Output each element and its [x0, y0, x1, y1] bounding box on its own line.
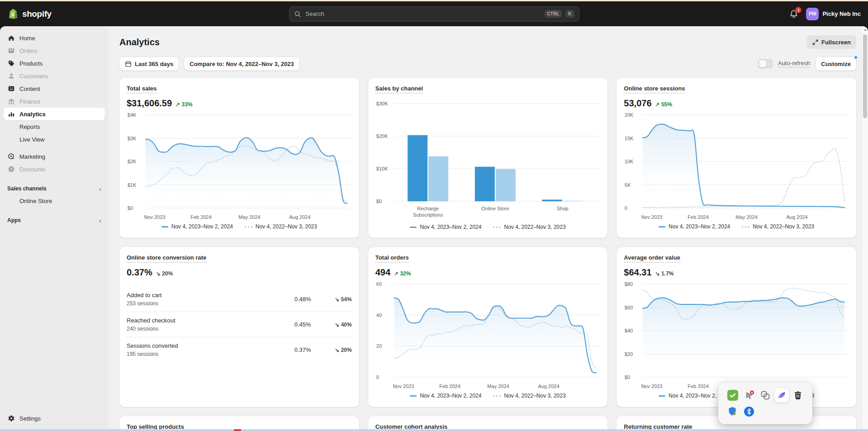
shortcut-key-ctrl: CTRL: [545, 10, 562, 18]
svg-text:Feb 2024: Feb 2024: [688, 214, 709, 220]
sidebar-item-orders[interactable]: Orders: [4, 44, 105, 57]
svg-text:Feb 2024: Feb 2024: [190, 214, 211, 220]
sidebar-item-analytics[interactable]: Analytics: [4, 108, 105, 120]
sidebar-item-settings[interactable]: Settings: [4, 412, 105, 425]
conversion-row-value: 0.37%: [257, 346, 311, 353]
legend-current: Nov 4, 2023–Nov 2, 2024: [410, 224, 481, 230]
sidebar-item-discounts[interactable]: Discounts: [4, 163, 105, 175]
extension-bluetooth-icon[interactable]: [744, 406, 754, 417]
metric: 53,076↗ 55%: [624, 98, 849, 109]
shopify-logo[interactable]: S shopify: [7, 8, 111, 20]
shortcut-key-k: K: [565, 10, 574, 18]
metric: 494↗ 32%: [375, 267, 601, 278]
finance-icon: [7, 97, 15, 105]
dotted-line-swatch: [493, 227, 501, 228]
sidebar-item-live-view[interactable]: Live View: [4, 133, 105, 146]
extension-knot-icon[interactable]: [760, 390, 771, 401]
metric-value: $64.31: [624, 267, 651, 278]
settings-icon: [7, 414, 15, 422]
sidebar-item-home[interactable]: Home: [4, 32, 105, 44]
sidebar-item-online-store[interactable]: Online Store: [4, 194, 105, 207]
customize-button[interactable]: Customize: [816, 57, 856, 71]
extension-shield-warning-icon[interactable]: [727, 406, 738, 417]
sidebar-item-label: Content: [19, 85, 40, 92]
scrollbar-up-arrow[interactable]: ▲: [863, 28, 867, 32]
conversion-row-value: 0.45%: [257, 321, 311, 328]
chart-online-store-sessions: 20K15K10K5K0Nov 2023Feb 2024May 2024Aug …: [624, 110, 849, 223]
svg-text:$40: $40: [625, 328, 633, 333]
sidebar-item-label: Orders: [19, 47, 38, 54]
legend-current-label: Nov 4, 2023–Nov 2, 2024: [669, 223, 730, 230]
calendar-icon: [125, 61, 132, 67]
card-title[interactable]: Sales by channel: [375, 85, 423, 94]
search-icon: [294, 10, 301, 18]
card-sales-by-channel: Sales by channel$30K$20K$10K$0RechargeSu…: [368, 78, 608, 238]
svg-text:Nov 2023: Nov 2023: [641, 214, 663, 220]
solid-line-swatch: [161, 226, 168, 227]
date-range-button[interactable]: Last 365 days: [119, 57, 179, 71]
svg-text:$2K: $2K: [128, 159, 137, 164]
global-search[interactable]: CTRL K: [289, 6, 579, 22]
extension-cursor-alert-icon[interactable]: [744, 390, 754, 401]
compare-to-button[interactable]: Compare to: Nov 4, 2022–Nov 3, 2023: [184, 57, 299, 71]
sidebar-item-products[interactable]: Products: [4, 57, 105, 70]
svg-text:$3K: $3K: [128, 136, 137, 141]
fullscreen-button[interactable]: Fullscreen: [807, 35, 856, 49]
window-bottom-edge: [0, 429, 868, 431]
chart-total-sales: $4K$3K$2K$1K$0Nov 2023Feb 2024May 2024Au…: [127, 110, 352, 223]
sidebar-item-finance[interactable]: Finance: [4, 95, 105, 108]
sidebar-item-reports[interactable]: Reports: [4, 120, 105, 133]
svg-text:$20: $20: [625, 351, 633, 357]
auto-refresh-label[interactable]: Auto-refresh: [778, 60, 811, 68]
svg-text:5K: 5K: [625, 182, 631, 188]
auto-refresh-toggle[interactable]: [758, 59, 773, 68]
card-title[interactable]: Online store conversion rate: [127, 254, 206, 263]
chart-average-order-value: $80$60$40$20$0Nov 2023Feb 2024May 2024Au…: [624, 279, 849, 392]
legend-previous-label: Nov 4, 2022–Nov 3, 2023: [256, 223, 317, 230]
sidebar-item-label: Finance: [19, 98, 40, 105]
sidebar-section-apps[interactable]: Apps›: [4, 214, 105, 226]
card-title[interactable]: Online store sessions: [624, 85, 685, 94]
extension-check-icon[interactable]: [727, 390, 738, 401]
svg-text:Aug 2024: Aug 2024: [538, 384, 559, 389]
extension-trash-icon[interactable]: [792, 390, 803, 401]
topbar: S shopify CTRL K 1 PNI Picky Neb Inc: [0, 1, 868, 26]
sidebar-item-label: Analytics: [19, 111, 46, 118]
legend-current-label: Nov 4, 2023–Nov 2, 2024: [171, 223, 233, 230]
sidebar-item-content[interactable]: Content: [4, 82, 105, 95]
search-input[interactable]: [305, 10, 541, 18]
legend-current: Nov 4, 2023–Nov 2, 2024: [659, 223, 730, 230]
sidebar: HomeOrdersProductsCustomersContentFinanc…: [0, 26, 109, 431]
svg-text:0: 0: [625, 205, 627, 211]
customers-icon: [7, 72, 15, 80]
notifications-button[interactable]: 1: [789, 9, 799, 19]
conversion-row-sessions: 253 sessions: [127, 300, 257, 307]
chart-total-orders: 6040200Nov 2023Feb 2024May 2024Aug 2024: [375, 279, 601, 392]
svg-text:Aug 2024: Aug 2024: [289, 214, 310, 220]
sidebar-item-label: Online Store: [19, 198, 52, 204]
sidebar-section-sales-channels[interactable]: Sales channels›: [4, 183, 105, 194]
sidebar-item-marketing[interactable]: Marketing: [4, 150, 105, 163]
card-title[interactable]: Total sales: [127, 85, 157, 94]
conversion-row-delta: ↘ 54%: [311, 296, 352, 303]
metric-value: 494: [375, 267, 390, 278]
scrollbar-thumb[interactable]: [863, 34, 867, 118]
home-icon: [7, 34, 15, 42]
legend-previous: Nov 4, 2022–Nov 3, 2023: [493, 224, 565, 230]
extension-feather-icon[interactable]: [774, 388, 789, 403]
card-online-store-sessions: Online store sessions53,076↗ 55%20K15K10…: [617, 78, 856, 238]
card-title[interactable]: Average order value: [624, 254, 680, 263]
account-menu[interactable]: PNI Picky Neb Inc: [806, 8, 861, 20]
sidebar-item-customers[interactable]: Customers: [4, 70, 105, 82]
card-title[interactable]: Total orders: [375, 254, 409, 263]
solid-line-swatch: [410, 395, 417, 397]
metric-value: 53,076: [624, 98, 651, 109]
conversion-row-label: Reached checkout: [127, 317, 257, 324]
metric-value: $31,606.59: [127, 98, 172, 109]
svg-text:20: 20: [376, 343, 381, 349]
page-title: Analytics: [119, 37, 160, 47]
shopify-bag-icon: S: [7, 8, 19, 20]
scrollbar[interactable]: ▲: [862, 26, 868, 431]
svg-text:Aug 2024: Aug 2024: [787, 214, 808, 220]
metric-delta-badge: ↗ 55%: [655, 101, 672, 108]
